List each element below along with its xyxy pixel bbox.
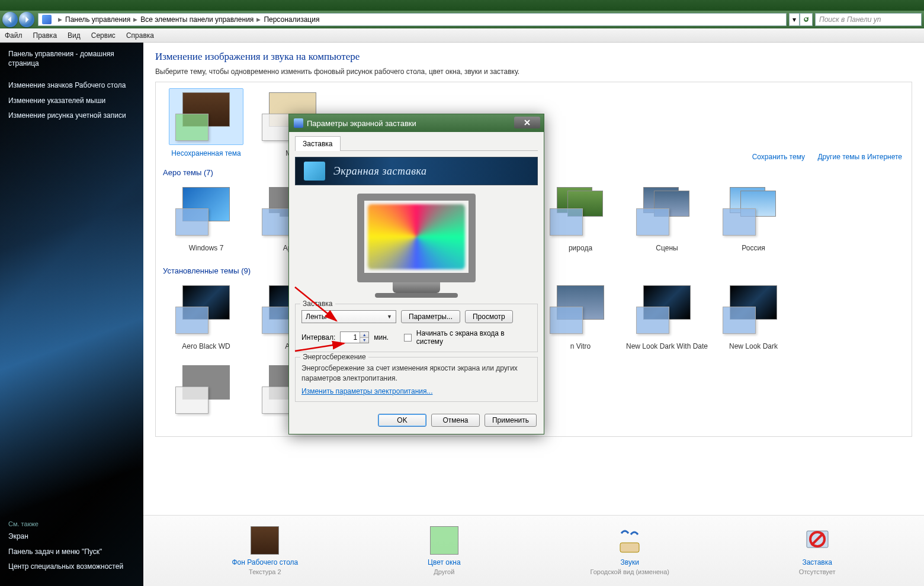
address-dropdown[interactable]: ▾ [789, 13, 800, 26]
dialog-banner: Экранная заставка [295, 157, 538, 185]
theme-item[interactable] [163, 361, 249, 420]
color-icon [430, 526, 458, 555]
menu-edit[interactable]: Правка [33, 31, 57, 40]
save-theme-link[interactable]: Сохранить тему [752, 153, 805, 161]
theme-newlook[interactable]: New Look Dark [710, 281, 797, 350]
tab-screensaver[interactable]: Заставка [295, 136, 341, 151]
refresh-button[interactable] [800, 13, 813, 26]
wallpaper-icon [251, 526, 279, 555]
screensaver-group: Заставка Ленты▼ Параметры... Просмотр Ин… [295, 304, 538, 352]
page-subtitle: Выберите тему, чтобы одновременно измени… [155, 67, 912, 76]
theme-windows7[interactable]: Windows 7 [163, 183, 249, 252]
sidebar-home[interactable]: Панель управления - домашняя страница [8, 50, 135, 68]
logon-checkbox[interactable] [404, 334, 412, 342]
apply-button[interactable]: Применить [485, 414, 537, 427]
navigation-bar: ▶ Панель управления ▶ Все элементы панел… [0, 11, 924, 28]
spinner-up[interactable]: ▲ [360, 332, 368, 338]
screensaver-dropdown[interactable]: Ленты▼ [301, 310, 396, 323]
menu-bar: Файл Правка Вид Сервис Справка [0, 28, 924, 43]
sounds-icon [615, 526, 644, 555]
page-title: Изменение изображения и звука на компьют… [155, 51, 912, 63]
interval-spinner[interactable]: ▲▼ [340, 331, 369, 343]
dialog-title-text: Параметры экранной заставки [307, 119, 416, 128]
more-themes-link[interactable]: Другие темы в Интернете [817, 153, 902, 161]
theme-nature[interactable]: рирода [537, 183, 624, 252]
cancel-button[interactable]: Отмена [431, 414, 480, 427]
power-settings-link[interactable]: Изменить параметры электропитания... [301, 387, 432, 395]
window-titlebar [0, 0, 924, 11]
sidebar-see-also: См. также [8, 520, 135, 527]
breadcrumb-seg-3[interactable]: Персонализация [264, 15, 319, 24]
settings-button[interactable]: Параметры... [401, 310, 460, 323]
sidebar-display[interactable]: Экран [8, 532, 135, 542]
menu-tools[interactable]: Сервис [91, 31, 116, 40]
dialog-titlebar[interactable]: Параметры экранной заставки [289, 114, 544, 132]
sidebar-taskbar[interactable]: Панель задач и меню "Пуск" [8, 548, 135, 557]
preview-button[interactable]: Просмотр [465, 310, 513, 323]
control-panel-icon [42, 15, 52, 24]
bottom-bar: Фон Рабочего стола Текстура 2 Цвет окна … [143, 515, 924, 586]
sidebar-accessibility[interactable]: Центр специальных возможностей [8, 562, 135, 572]
ok-button[interactable]: OK [378, 414, 426, 427]
forward-button[interactable] [19, 12, 34, 27]
breadcrumb-seg-2[interactable]: Все элементы панели управления [140, 15, 254, 24]
screensaver-icon [803, 526, 832, 555]
dialog-icon [294, 118, 303, 128]
desktop-background-button[interactable]: Фон Рабочего стола Текстура 2 [232, 526, 298, 575]
power-group: Энергосбережение Энергосбережение за сче… [295, 357, 538, 402]
sidebar: Панель управления - домашняя страница Из… [0, 43, 143, 586]
back-button[interactable] [2, 12, 18, 27]
interval-input[interactable] [341, 332, 360, 343]
menu-view[interactable]: Вид [68, 31, 81, 40]
breadcrumb-seg-1[interactable]: Панель управления [65, 15, 130, 24]
svg-rect-0 [620, 543, 639, 552]
window-color-button[interactable]: Цвет окна Другой [428, 526, 460, 575]
theme-unsaved[interactable]: Несохраненная тема [163, 88, 249, 157]
screensaver-button[interactable]: Заставка Отсутствует [799, 526, 836, 575]
sidebar-mouse-pointers[interactable]: Изменение указателей мыши [8, 96, 135, 106]
logon-checkbox-label: Начинать с экрана входа в систему [416, 329, 531, 346]
sidebar-desktop-icons[interactable]: Изменение значков Рабочего стола [8, 81, 135, 91]
menu-file[interactable]: Файл [5, 31, 23, 40]
theme-newlook-date[interactable]: New Look Dark With Date [624, 281, 710, 350]
menu-help[interactable]: Справка [126, 31, 154, 40]
close-button[interactable] [514, 117, 540, 128]
banner-icon [304, 162, 325, 181]
theme-russia[interactable]: Россия [710, 183, 797, 252]
search-input[interactable]: Поиск в Панели уп [815, 13, 922, 26]
sidebar-account-picture[interactable]: Изменение рисунка учетной записи [8, 111, 135, 121]
theme-scenes[interactable]: Сцены [624, 183, 710, 252]
interval-label: Интервал: [301, 333, 335, 342]
preview-monitor [351, 194, 482, 298]
sounds-button[interactable]: Звуки Городской вид (изменена) [590, 526, 669, 575]
theme-aero-black[interactable]: Aero Black WD [163, 281, 249, 350]
breadcrumb[interactable]: ▶ Панель управления ▶ Все элементы панел… [38, 13, 787, 26]
spinner-down[interactable]: ▼ [360, 338, 368, 343]
screensaver-dialog: Параметры экранной заставки Заставка Экр… [288, 114, 544, 434]
theme-nvitro[interactable]: n Vitro [537, 281, 624, 350]
